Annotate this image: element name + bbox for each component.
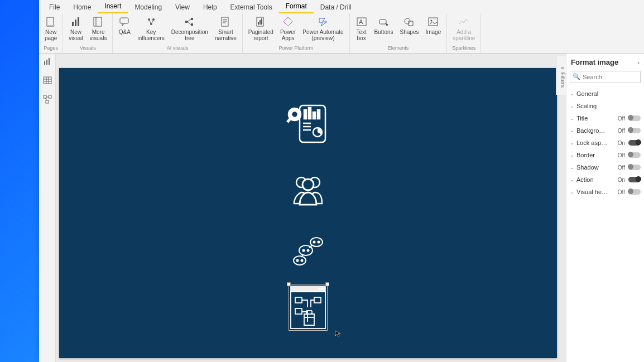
svg-text:A: A bbox=[359, 18, 363, 25]
chevron-down-icon: ⌄ bbox=[570, 177, 574, 182]
group-visuals: New visual More visuals Visuals bbox=[63, 13, 113, 53]
chevron-down-icon: ⌄ bbox=[570, 128, 574, 133]
canvas-image-games[interactable] bbox=[290, 233, 326, 268]
new-visual-label: New visual bbox=[69, 29, 83, 41]
section-action[interactable]: ⌄ Action On bbox=[566, 173, 644, 186]
svg-rect-3 bbox=[75, 20, 76, 26]
tab-view[interactable]: View bbox=[169, 1, 196, 13]
filters-label: Filters bbox=[560, 73, 566, 88]
more-visuals-button[interactable]: More visuals bbox=[88, 15, 109, 42]
model-view-icon[interactable] bbox=[43, 95, 52, 104]
section-shadow-label: Shadow bbox=[576, 164, 616, 171]
key-influencers-button[interactable]: Key influencers bbox=[135, 15, 166, 42]
decomposition-tree-button[interactable]: Decomposition tree bbox=[169, 15, 210, 42]
shapes-label: Shapes bbox=[400, 29, 419, 35]
power-automate-icon bbox=[317, 16, 329, 28]
section-shadow[interactable]: ⌄ Shadow Off bbox=[566, 161, 644, 173]
svg-rect-78 bbox=[295, 297, 302, 303]
new-page-button[interactable]: New page bbox=[42, 15, 59, 42]
chevron-down-icon: ⌄ bbox=[570, 115, 574, 121]
section-action-state: On bbox=[618, 177, 625, 183]
qa-button[interactable]: Q&A bbox=[116, 15, 133, 36]
data-view-icon[interactable] bbox=[43, 76, 52, 85]
svg-rect-80 bbox=[295, 308, 302, 314]
tab-home[interactable]: Home bbox=[66, 1, 98, 13]
svg-rect-7 bbox=[120, 18, 128, 23]
chevron-down-icon: ⌄ bbox=[570, 103, 574, 109]
report-view-icon[interactable] bbox=[43, 57, 52, 66]
section-lock-aspect-state: On bbox=[618, 140, 625, 146]
svg-line-17 bbox=[188, 22, 191, 25]
border-toggle[interactable] bbox=[628, 152, 641, 158]
new-page-label: New page bbox=[45, 29, 57, 41]
section-action-label: Action bbox=[576, 176, 616, 183]
section-visual-header[interactable]: ⌄ Visual he… Off bbox=[566, 186, 644, 198]
shapes-icon bbox=[403, 16, 415, 28]
svg-rect-48 bbox=[309, 108, 311, 119]
power-apps-label: Power Apps bbox=[280, 29, 296, 41]
section-lock-aspect[interactable]: ⌄ Lock asp… On bbox=[566, 137, 644, 149]
text-box-label: Text box bbox=[356, 29, 366, 41]
svg-rect-34 bbox=[46, 60, 47, 65]
group-visuals-label: Visuals bbox=[80, 45, 96, 52]
paginated-report-button[interactable]: Paginated report bbox=[246, 15, 276, 42]
add-sparkline-label: Add a sparkline bbox=[453, 29, 475, 41]
section-border[interactable]: ⌄ Border Off bbox=[566, 149, 644, 161]
lock-aspect-toggle[interactable] bbox=[628, 140, 641, 146]
text-box-button[interactable]: A Text box bbox=[353, 15, 370, 42]
svg-rect-14 bbox=[191, 18, 193, 20]
format-pane: Format image › 🔍 ⌄ General ⌄ Scaling ⌄ T… bbox=[566, 54, 644, 362]
svg-rect-47 bbox=[304, 110, 306, 119]
canvas-image-data-model-selected[interactable] bbox=[289, 284, 327, 330]
section-scaling[interactable]: ⌄ Scaling bbox=[566, 100, 644, 112]
tab-modeling[interactable]: Modeling bbox=[128, 1, 169, 13]
power-apps-button[interactable]: Power Apps bbox=[278, 15, 298, 42]
svg-rect-36 bbox=[44, 77, 51, 84]
title-toggle[interactable] bbox=[628, 115, 641, 121]
smart-narrative-button[interactable]: Smart narrative bbox=[213, 15, 239, 42]
svg-rect-0 bbox=[47, 17, 54, 26]
buttons-button[interactable]: Buttons bbox=[372, 15, 396, 36]
svg-point-66 bbox=[303, 250, 305, 252]
report-canvas[interactable] bbox=[59, 68, 557, 358]
svg-rect-2 bbox=[72, 22, 74, 26]
canvas-image-users[interactable] bbox=[289, 171, 328, 210]
shadow-toggle[interactable] bbox=[628, 165, 641, 170]
section-background[interactable]: ⌄ Backgro… Off bbox=[566, 124, 644, 137]
svg-rect-23 bbox=[258, 22, 259, 25]
new-visual-button[interactable]: New visual bbox=[66, 15, 85, 42]
svg-rect-79 bbox=[314, 297, 321, 303]
chevron-right-icon[interactable]: › bbox=[637, 59, 640, 66]
tab-data-drill[interactable]: Data / Drill bbox=[314, 1, 358, 13]
canvas-image-analytics[interactable] bbox=[286, 102, 330, 146]
section-title-state: Off bbox=[618, 115, 625, 122]
bar-chart-icon bbox=[70, 16, 82, 28]
visual-header-toggle[interactable] bbox=[628, 189, 641, 195]
section-general[interactable]: ⌄ General bbox=[566, 88, 644, 100]
svg-point-63 bbox=[314, 242, 315, 243]
tab-format[interactable]: Format bbox=[279, 0, 314, 13]
tab-file[interactable]: File bbox=[42, 1, 66, 13]
tab-external-tools[interactable]: External Tools bbox=[224, 1, 279, 13]
svg-rect-35 bbox=[49, 58, 50, 65]
mouse-cursor-icon bbox=[335, 330, 342, 337]
format-search-input[interactable] bbox=[570, 71, 641, 83]
group-sparklines: Add a sparkline Sparklines bbox=[447, 13, 481, 53]
filters-pane-toggle[interactable]: « Filters bbox=[556, 56, 566, 95]
paginated-report-label: Paginated report bbox=[248, 29, 273, 41]
power-automate-button[interactable]: Power Automate (preview) bbox=[300, 15, 345, 42]
image-button[interactable]: Image bbox=[423, 15, 443, 36]
svg-rect-33 bbox=[44, 61, 45, 65]
background-toggle[interactable] bbox=[628, 128, 641, 133]
tab-help[interactable]: Help bbox=[196, 1, 224, 13]
image-label: Image bbox=[425, 29, 441, 35]
section-title[interactable]: ⌄ Title Off bbox=[566, 112, 644, 124]
decomposition-tree-icon bbox=[184, 16, 196, 28]
action-toggle[interactable] bbox=[628, 177, 641, 182]
shapes-button[interactable]: Shapes bbox=[398, 15, 421, 36]
tab-insert[interactable]: Insert bbox=[98, 0, 128, 13]
svg-rect-5 bbox=[94, 17, 102, 26]
canvas-area[interactable]: « Filters bbox=[56, 54, 566, 362]
ribbon-tabs: File Home Insert Modeling View Help Exte… bbox=[39, 0, 644, 13]
group-elements-label: Elements bbox=[388, 45, 409, 52]
